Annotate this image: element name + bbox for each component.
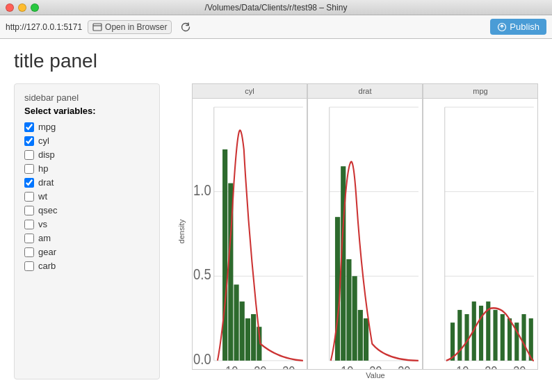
svg-rect-32 [352, 276, 357, 361]
checkbox-wt[interactable] [24, 192, 34, 202]
refresh-button[interactable] [179, 20, 193, 34]
checkbox-mpg[interactable] [24, 122, 34, 132]
checkbox-label-am: am [38, 233, 51, 243]
svg-text:30: 30 [398, 364, 410, 369]
checkbox-label-vs: vs [38, 219, 47, 229]
app-content: title panel sidebar panel Select variabl… [0, 39, 552, 392]
svg-rect-50 [501, 314, 505, 361]
svg-rect-45 [464, 314, 469, 361]
checkbox-label-disp: disp [38, 149, 55, 160]
maximize-button[interactable] [31, 3, 39, 12]
checkbox-item-gear: gear [24, 247, 149, 257]
svg-rect-47 [479, 306, 483, 361]
svg-text:10: 10 [225, 364, 238, 369]
open-browser-button[interactable]: Open in Browser [88, 20, 172, 34]
window-title: /Volumes/Data/Clients/r/test98 – Shiny [205, 3, 348, 13]
svg-rect-17 [240, 302, 245, 361]
y-axis-container: density [171, 83, 192, 379]
variable-list: mpgcyldisphpdratwtqsecvsamgearcarb [24, 122, 149, 271]
svg-rect-31 [346, 259, 351, 361]
checkbox-cyl[interactable] [24, 136, 34, 146]
svg-text:0.0: 0.0 [193, 350, 211, 367]
svg-text:20: 20 [485, 364, 497, 369]
svg-rect-18 [245, 318, 250, 361]
x-axis-label: Value [213, 370, 538, 379]
checkbox-item-disp: disp [24, 149, 149, 160]
svg-text:30: 30 [513, 364, 526, 369]
title-bar: /Volumes/Data/Clients/r/test98 – Shiny [0, 0, 552, 15]
svg-rect-53 [521, 314, 526, 361]
checkbox-item-drat: drat [24, 177, 149, 188]
window-controls [6, 3, 39, 12]
checkbox-item-wt: wt [24, 191, 149, 202]
chart-header-cyl: cyl [193, 84, 307, 99]
checkbox-item-hp: hp [24, 163, 149, 174]
svg-rect-34 [364, 318, 368, 361]
checkbox-item-carb: carb [24, 261, 149, 271]
address-bar: http://127.0.0.1:5171 Open in Browser Pu… [0, 15, 552, 39]
sidebar-label: sidebar panel [24, 92, 149, 103]
svg-text:10: 10 [341, 364, 353, 369]
chart-body-drat: 10 20 30 [308, 99, 422, 369]
main-layout: sidebar panel Select variables: mpgcyldi… [14, 83, 538, 379]
svg-rect-0 [93, 24, 102, 31]
checkbox-label-mpg: mpg [38, 122, 56, 132]
checkbox-am[interactable] [24, 234, 34, 243]
svg-text:10: 10 [456, 364, 469, 369]
checkbox-label-gear: gear [38, 247, 56, 257]
svg-rect-16 [234, 284, 238, 360]
svg-rect-33 [358, 310, 363, 361]
checkbox-hp[interactable] [24, 164, 34, 174]
charts-container: cyl [192, 83, 538, 370]
checkbox-item-am: am [24, 233, 149, 243]
chart-body-cyl: 0.0 0.5 1.0 10 20 30 [193, 99, 307, 369]
checkbox-item-mpg: mpg [24, 122, 149, 132]
minimize-button[interactable] [18, 3, 26, 12]
chart-panel-drat: drat [307, 84, 423, 369]
url-display: http://127.0.0.1:5171 [6, 22, 82, 32]
checkbox-vs[interactable] [24, 220, 34, 229]
charts-area: density cyl [171, 83, 538, 379]
sidebar-heading: Select variables: [24, 106, 149, 116]
publish-button[interactable]: Publish [490, 19, 546, 35]
chart-header-mpg: mpg [423, 84, 537, 99]
checkbox-label-carb: carb [38, 261, 56, 271]
checkbox-item-cyl: cyl [24, 136, 149, 146]
checkbox-item-qsec: qsec [24, 205, 149, 215]
publish-icon [497, 22, 507, 32]
y-axis-label: density [177, 220, 186, 244]
checkbox-drat[interactable] [24, 178, 34, 188]
close-button[interactable] [6, 3, 14, 12]
checkbox-gear[interactable] [24, 247, 34, 257]
sidebar-panel: sidebar panel Select variables: mpgcyldi… [14, 83, 160, 379]
chart-body-mpg: 10 20 30 [423, 99, 537, 369]
svg-rect-14 [222, 149, 227, 361]
svg-text:1.0: 1.0 [193, 181, 211, 198]
svg-text:0.5: 0.5 [193, 266, 211, 283]
checkbox-qsec[interactable] [24, 206, 34, 215]
svg-text:20: 20 [369, 364, 382, 369]
checkbox-disp[interactable] [24, 150, 34, 160]
svg-text:30: 30 [282, 364, 295, 369]
chart-panel-cyl: cyl [193, 84, 307, 369]
svg-rect-19 [251, 314, 256, 361]
checkbox-item-vs: vs [24, 219, 149, 229]
checkbox-label-cyl: cyl [38, 136, 49, 146]
browser-icon [92, 22, 102, 32]
checkbox-label-wt: wt [38, 191, 47, 202]
svg-rect-49 [493, 310, 497, 361]
checkbox-label-hp: hp [38, 163, 48, 174]
svg-rect-43 [450, 322, 455, 361]
svg-text:20: 20 [254, 364, 266, 369]
page-title: title panel [14, 50, 538, 72]
chart-header-drat: drat [308, 84, 422, 99]
refresh-icon [180, 22, 191, 33]
chart-panel-mpg: mpg [423, 84, 537, 369]
svg-rect-51 [508, 318, 512, 361]
checkbox-label-drat: drat [38, 177, 54, 188]
checkbox-label-qsec: qsec [38, 205, 57, 215]
checkbox-carb[interactable] [24, 261, 34, 271]
